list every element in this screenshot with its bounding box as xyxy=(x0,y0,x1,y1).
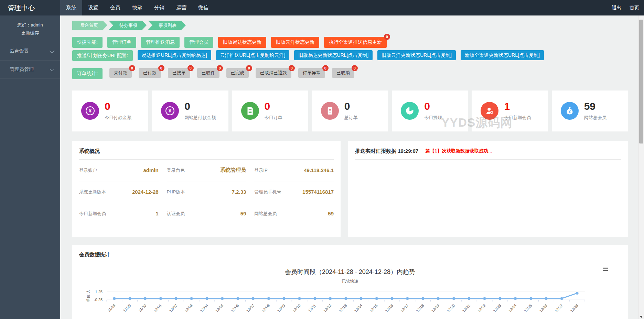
logout-link[interactable]: 退出 xyxy=(612,5,621,11)
push-config-label: 推送/计划任务URL配置: xyxy=(72,50,133,61)
badge-count: 0 xyxy=(322,65,329,71)
overview-value: 59 xyxy=(240,211,246,216)
navbar-right: 退出首页 xyxy=(612,0,644,15)
scrollbar-down-arrow-icon[interactable] xyxy=(638,316,644,318)
push-report-status: 第【1】次获取新数据获取成功... xyxy=(425,148,492,154)
svg-text:12/02: 12/02 xyxy=(168,303,178,313)
order-status-button[interactable]: 已接单 xyxy=(168,68,190,78)
nav-tab[interactable]: 分销 xyxy=(148,0,170,15)
overview-cell: PHP版本7.2.33 xyxy=(167,181,246,203)
overview-cell: 管理员手机号15574116817 xyxy=(254,181,334,203)
chart-subtitle: 讯软快递 xyxy=(79,278,621,284)
nav-tab[interactable]: 系统 xyxy=(60,0,82,15)
badge-count: 0 xyxy=(158,65,164,71)
main-content: 后台首页待办事项事项列表 快捷功能:管理订单管理推送消息管理会员旧版易达状态更新… xyxy=(60,15,644,319)
chevron-down-icon xyxy=(50,48,54,53)
nav-tab[interactable]: 会员 xyxy=(104,0,126,15)
badge-count: 0 xyxy=(129,65,135,71)
system-overview-grid: 登录账户admin登录角色系统管理员登录IP49.118.246.1系统更新版本… xyxy=(79,160,334,224)
svg-text:12/22: 12/22 xyxy=(477,303,486,313)
svg-text:12/18: 12/18 xyxy=(415,303,425,313)
overview-label: 系统更新版本 xyxy=(79,189,106,195)
url-copy-button[interactable]: 旧版易达更新状态URL[点击复制] xyxy=(294,50,373,61)
status-update-button[interactable]: 执行全渠道推送信息更新 xyxy=(324,37,387,48)
overview-value: 59 xyxy=(328,211,334,216)
stat-card: 0今日提现 xyxy=(392,91,468,131)
url-copy-button[interactable]: 新版全渠道更新状态URL[点击复制] xyxy=(461,50,544,61)
order-status-button[interactable]: 已取消 xyxy=(332,68,354,78)
order-status-button[interactable]: 订单异常 xyxy=(298,68,325,78)
overview-cell: 系统更新版本2024-12-28 xyxy=(79,181,159,203)
overview-cell: 认证会员59 xyxy=(167,203,246,224)
svg-text:11/30: 11/30 xyxy=(138,303,147,312)
url-copy-button[interactable]: 易达推送URL[点击复制给易达] xyxy=(138,50,211,61)
svg-text:¥: ¥ xyxy=(89,108,92,114)
quick-actions-row: 快捷功能:管理订单管理推送消息管理会员旧版易达状态更新旧版云洋状态更新执行全渠道… xyxy=(72,37,628,48)
nav-tab[interactable]: 设置 xyxy=(82,0,104,15)
svg-text:12/04: 12/04 xyxy=(199,303,209,313)
stat-value: 0 xyxy=(105,101,131,111)
status-update-button[interactable]: 旧版易达状态更新 xyxy=(218,37,266,48)
overview-value: 7.2.33 xyxy=(232,189,246,195)
sidebar-item[interactable]: 后台设置 xyxy=(0,42,60,61)
list-icon xyxy=(321,102,339,120)
stat-cards-row: ¥0今日付款金额¥0网站总付款金额0今日订单0总订单0今日提现1今日新增会员¥5… xyxy=(72,91,628,131)
file-icon xyxy=(241,102,259,120)
order-status-button[interactable]: 未付款 xyxy=(109,68,132,78)
url-copy-button[interactable]: 云洋推送URL[点击复制给云洋] xyxy=(216,50,290,61)
order-status-button[interactable]: 已取件 xyxy=(197,68,219,78)
url-copy-button[interactable]: 旧版云洋更新状态URL[点击复制] xyxy=(377,50,456,61)
quick-action-button[interactable]: 管理订单 xyxy=(107,37,136,48)
overview-cell: 网站总会员59 xyxy=(254,203,334,224)
breadcrumb-item[interactable]: 待办事项 xyxy=(109,21,147,30)
status-update-button[interactable]: 旧版云洋状态更新 xyxy=(271,37,319,48)
svg-text:12/26: 12/26 xyxy=(538,303,548,313)
svg-text:12/12: 12/12 xyxy=(323,303,332,313)
badge-count: 0 xyxy=(384,34,390,40)
svg-text:12/07: 12/07 xyxy=(245,303,255,313)
stat-value: 1 xyxy=(504,101,531,111)
sidebar-item[interactable]: 管理员管理 xyxy=(0,61,60,79)
breadcrumb-item[interactable]: 后台首页 xyxy=(72,21,107,30)
svg-text:12/13: 12/13 xyxy=(338,303,347,313)
badge-count: 0 xyxy=(187,65,194,71)
svg-text:12/15: 12/15 xyxy=(369,303,378,313)
svg-text:12/11: 12/11 xyxy=(307,303,316,312)
svg-text:11/28: 11/28 xyxy=(107,303,116,312)
order-status-button[interactable]: 已取消已退款 xyxy=(256,68,291,78)
svg-text:12/10: 12/10 xyxy=(292,303,301,313)
stat-label: 今日订单 xyxy=(265,115,282,121)
scrollbar-thumb[interactable] xyxy=(639,20,643,143)
badge-count: 0 xyxy=(289,65,295,71)
overview-value: 2024-12-28 xyxy=(132,189,159,195)
pie-icon xyxy=(401,102,419,120)
quick-action-button[interactable]: 管理会员 xyxy=(184,37,213,48)
stat-card: ¥0今日付款金额 xyxy=(72,91,148,131)
nav-tab[interactable]: 运营 xyxy=(170,0,192,15)
svg-text:12/21: 12/21 xyxy=(461,303,471,313)
breadcrumb-item[interactable]: 事项列表 xyxy=(148,21,186,30)
overview-label: 网站总会员 xyxy=(254,211,277,217)
home-link[interactable]: 首页 xyxy=(630,5,639,11)
nav-tab[interactable]: 快递 xyxy=(126,0,148,15)
svg-text:12/16: 12/16 xyxy=(384,303,394,313)
svg-text:12/03: 12/03 xyxy=(184,303,193,313)
order-status-button[interactable]: 已付款 xyxy=(139,68,161,78)
overview-label: 登录IP xyxy=(254,167,267,173)
chart-menu-icon[interactable] xyxy=(603,267,608,272)
svg-text:12/01: 12/01 xyxy=(153,303,162,313)
order-status-button[interactable]: 已完成 xyxy=(226,68,249,78)
push-report-title: 推送实时汇报数据 19:29:07 xyxy=(355,148,418,155)
vertical-scrollbar[interactable] xyxy=(638,15,644,319)
refresh-cache-link[interactable]: 更新缓存 xyxy=(0,29,60,37)
order-stats-row: 订单统计:未付款0已付款0已接单0已取件0已完成0已取消已退款0订单异常0已取消… xyxy=(72,68,628,79)
overview-label: PHP版本 xyxy=(167,189,185,195)
badge-count: 0 xyxy=(352,65,358,71)
nav-tab[interactable]: 微信 xyxy=(192,0,214,15)
svg-text:11/29: 11/29 xyxy=(122,303,131,312)
stat-label: 网站总付款金额 xyxy=(184,115,216,121)
svg-text:12/24: 12/24 xyxy=(508,303,517,313)
quick-action-button[interactable]: 管理推送消息 xyxy=(141,37,180,48)
svg-text:12/09: 12/09 xyxy=(276,303,286,313)
order-stats-label: 订单统计: xyxy=(72,68,103,79)
